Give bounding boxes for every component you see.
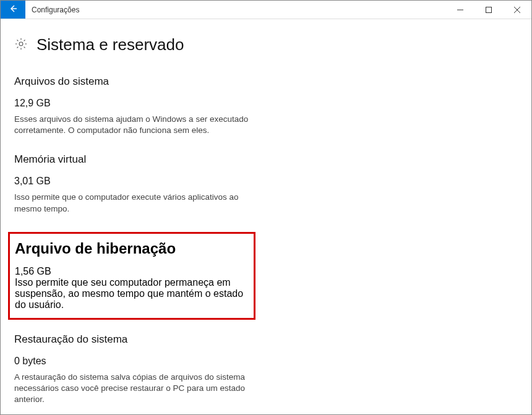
- size-value: 12,9 GB: [14, 98, 262, 109]
- section-title: Restauração do sistema: [14, 333, 262, 346]
- arrow-left-icon: [8, 4, 18, 16]
- section-hibernation-highlighted: Arquivo de hibernação 1,56 GB Isso permi…: [8, 232, 255, 320]
- back-button[interactable]: [1, 1, 25, 19]
- section-description: Esses arquivos do sistema ajudam o Windo…: [14, 114, 262, 136]
- size-value: 1,56 GB: [15, 266, 249, 277]
- window-title: Configurações: [25, 1, 85, 19]
- titlebar: Configurações: [1, 1, 531, 19]
- page-title: Sistema e reservado: [36, 35, 184, 54]
- close-button[interactable]: [503, 1, 531, 19]
- section-title: Arquivo de hibernação: [15, 240, 249, 257]
- page-header: Sistema e reservado: [14, 35, 518, 54]
- maximize-button[interactable]: [474, 1, 503, 19]
- section-description: Isso permite que o computador execute vá…: [14, 192, 262, 214]
- svg-point-4: [19, 42, 23, 46]
- minimize-icon: [457, 4, 463, 15]
- section-system-files: Arquivos do sistema 12,9 GB Esses arquiv…: [14, 75, 262, 136]
- section-description: Isso permite que seu computador permaneç…: [15, 277, 249, 310]
- section-title: Arquivos do sistema: [14, 75, 262, 88]
- close-icon: [514, 4, 520, 15]
- minimize-button[interactable]: [446, 1, 474, 19]
- size-value: 3,01 GB: [14, 176, 262, 187]
- section-description: A restauração do sistema salva cópias de…: [14, 372, 262, 406]
- content-area: Sistema e reservado Arquivos do sistema …: [1, 19, 531, 415]
- section-virtual-memory: Memória virtual 3,01 GB Isso permite que…: [14, 153, 262, 214]
- size-value: 0 bytes: [14, 356, 262, 367]
- window-controls: [446, 1, 531, 19]
- svg-rect-1: [486, 7, 492, 12]
- gear-icon: [14, 37, 28, 53]
- section-system-restore: Restauração do sistema 0 bytes A restaur…: [14, 333, 262, 415]
- maximize-icon: [486, 4, 492, 15]
- section-title: Memória virtual: [14, 153, 262, 166]
